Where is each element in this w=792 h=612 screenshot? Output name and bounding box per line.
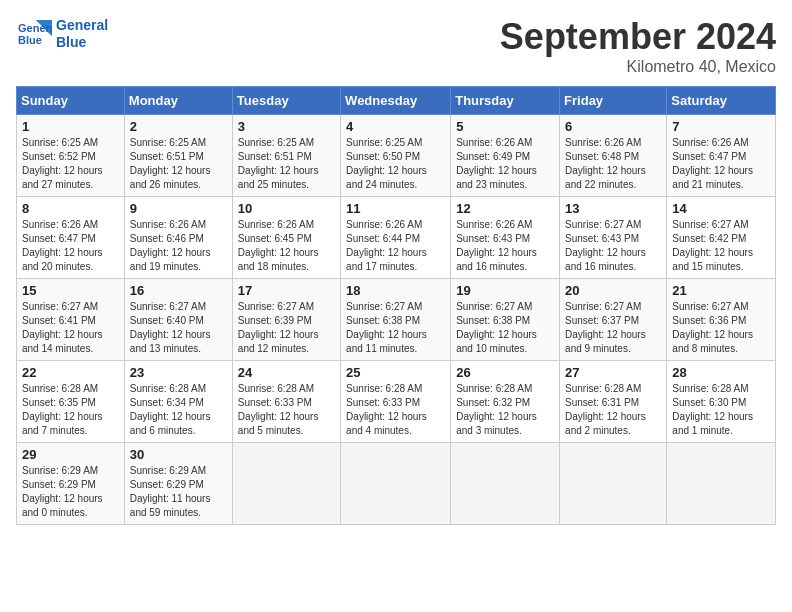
day-number: 1 bbox=[22, 119, 119, 134]
calendar-day: 25Sunrise: 6:28 AM Sunset: 6:33 PM Dayli… bbox=[341, 361, 451, 443]
day-number: 28 bbox=[672, 365, 770, 380]
calendar-day: 8Sunrise: 6:26 AM Sunset: 6:47 PM Daylig… bbox=[17, 197, 125, 279]
location-subtitle: Kilometro 40, Mexico bbox=[500, 58, 776, 76]
day-info: Sunrise: 6:27 AM Sunset: 6:41 PM Dayligh… bbox=[22, 300, 119, 356]
day-number: 4 bbox=[346, 119, 445, 134]
calendar-day: 10Sunrise: 6:26 AM Sunset: 6:45 PM Dayli… bbox=[232, 197, 340, 279]
calendar-day: 18Sunrise: 6:27 AM Sunset: 6:38 PM Dayli… bbox=[341, 279, 451, 361]
title-section: September 2024 Kilometro 40, Mexico bbox=[500, 16, 776, 76]
day-info: Sunrise: 6:26 AM Sunset: 6:49 PM Dayligh… bbox=[456, 136, 554, 192]
day-info: Sunrise: 6:26 AM Sunset: 6:48 PM Dayligh… bbox=[565, 136, 661, 192]
day-info: Sunrise: 6:28 AM Sunset: 6:30 PM Dayligh… bbox=[672, 382, 770, 438]
weekday-header-wednesday: Wednesday bbox=[341, 87, 451, 115]
calendar-day: 1Sunrise: 6:25 AM Sunset: 6:52 PM Daylig… bbox=[17, 115, 125, 197]
day-info: Sunrise: 6:26 AM Sunset: 6:47 PM Dayligh… bbox=[22, 218, 119, 274]
calendar-week-1: 1Sunrise: 6:25 AM Sunset: 6:52 PM Daylig… bbox=[17, 115, 776, 197]
day-info: Sunrise: 6:27 AM Sunset: 6:38 PM Dayligh… bbox=[456, 300, 554, 356]
day-info: Sunrise: 6:28 AM Sunset: 6:33 PM Dayligh… bbox=[238, 382, 335, 438]
calendar-day: 6Sunrise: 6:26 AM Sunset: 6:48 PM Daylig… bbox=[560, 115, 667, 197]
calendar-day: 11Sunrise: 6:26 AM Sunset: 6:44 PM Dayli… bbox=[341, 197, 451, 279]
calendar-week-2: 8Sunrise: 6:26 AM Sunset: 6:47 PM Daylig… bbox=[17, 197, 776, 279]
day-number: 27 bbox=[565, 365, 661, 380]
calendar-day: 30Sunrise: 6:29 AM Sunset: 6:29 PM Dayli… bbox=[124, 443, 232, 525]
day-number: 29 bbox=[22, 447, 119, 462]
calendar-day: 23Sunrise: 6:28 AM Sunset: 6:34 PM Dayli… bbox=[124, 361, 232, 443]
day-number: 13 bbox=[565, 201, 661, 216]
day-number: 7 bbox=[672, 119, 770, 134]
day-number: 10 bbox=[238, 201, 335, 216]
logo-icon: General Blue bbox=[16, 16, 52, 52]
day-number: 16 bbox=[130, 283, 227, 298]
day-number: 9 bbox=[130, 201, 227, 216]
calendar-day: 15Sunrise: 6:27 AM Sunset: 6:41 PM Dayli… bbox=[17, 279, 125, 361]
day-info: Sunrise: 6:27 AM Sunset: 6:36 PM Dayligh… bbox=[672, 300, 770, 356]
calendar-day: 20Sunrise: 6:27 AM Sunset: 6:37 PM Dayli… bbox=[560, 279, 667, 361]
calendar-week-4: 22Sunrise: 6:28 AM Sunset: 6:35 PM Dayli… bbox=[17, 361, 776, 443]
calendar-day: 16Sunrise: 6:27 AM Sunset: 6:40 PM Dayli… bbox=[124, 279, 232, 361]
day-info: Sunrise: 6:27 AM Sunset: 6:38 PM Dayligh… bbox=[346, 300, 445, 356]
day-info: Sunrise: 6:28 AM Sunset: 6:33 PM Dayligh… bbox=[346, 382, 445, 438]
weekday-header-row: SundayMondayTuesdayWednesdayThursdayFrid… bbox=[17, 87, 776, 115]
logo-line1: General bbox=[56, 17, 108, 34]
calendar-day bbox=[667, 443, 776, 525]
calendar-day bbox=[560, 443, 667, 525]
calendar-week-5: 29Sunrise: 6:29 AM Sunset: 6:29 PM Dayli… bbox=[17, 443, 776, 525]
calendar-day bbox=[232, 443, 340, 525]
day-info: Sunrise: 6:26 AM Sunset: 6:45 PM Dayligh… bbox=[238, 218, 335, 274]
day-info: Sunrise: 6:27 AM Sunset: 6:42 PM Dayligh… bbox=[672, 218, 770, 274]
day-number: 25 bbox=[346, 365, 445, 380]
day-number: 11 bbox=[346, 201, 445, 216]
day-info: Sunrise: 6:27 AM Sunset: 6:39 PM Dayligh… bbox=[238, 300, 335, 356]
calendar-day: 26Sunrise: 6:28 AM Sunset: 6:32 PM Dayli… bbox=[451, 361, 560, 443]
day-number: 5 bbox=[456, 119, 554, 134]
logo-line2: Blue bbox=[56, 34, 108, 51]
day-info: Sunrise: 6:25 AM Sunset: 6:52 PM Dayligh… bbox=[22, 136, 119, 192]
day-info: Sunrise: 6:27 AM Sunset: 6:37 PM Dayligh… bbox=[565, 300, 661, 356]
calendar-day: 19Sunrise: 6:27 AM Sunset: 6:38 PM Dayli… bbox=[451, 279, 560, 361]
calendar-day: 13Sunrise: 6:27 AM Sunset: 6:43 PM Dayli… bbox=[560, 197, 667, 279]
day-number: 22 bbox=[22, 365, 119, 380]
day-number: 12 bbox=[456, 201, 554, 216]
day-number: 21 bbox=[672, 283, 770, 298]
day-info: Sunrise: 6:29 AM Sunset: 6:29 PM Dayligh… bbox=[22, 464, 119, 520]
day-info: Sunrise: 6:26 AM Sunset: 6:47 PM Dayligh… bbox=[672, 136, 770, 192]
calendar-day bbox=[341, 443, 451, 525]
day-info: Sunrise: 6:26 AM Sunset: 6:44 PM Dayligh… bbox=[346, 218, 445, 274]
day-number: 30 bbox=[130, 447, 227, 462]
day-number: 14 bbox=[672, 201, 770, 216]
calendar-day: 28Sunrise: 6:28 AM Sunset: 6:30 PM Dayli… bbox=[667, 361, 776, 443]
day-number: 2 bbox=[130, 119, 227, 134]
calendar-day: 17Sunrise: 6:27 AM Sunset: 6:39 PM Dayli… bbox=[232, 279, 340, 361]
calendar-day: 5Sunrise: 6:26 AM Sunset: 6:49 PM Daylig… bbox=[451, 115, 560, 197]
day-info: Sunrise: 6:28 AM Sunset: 6:32 PM Dayligh… bbox=[456, 382, 554, 438]
calendar-day: 27Sunrise: 6:28 AM Sunset: 6:31 PM Dayli… bbox=[560, 361, 667, 443]
day-number: 3 bbox=[238, 119, 335, 134]
day-info: Sunrise: 6:28 AM Sunset: 6:35 PM Dayligh… bbox=[22, 382, 119, 438]
calendar-day: 4Sunrise: 6:25 AM Sunset: 6:50 PM Daylig… bbox=[341, 115, 451, 197]
calendar-day: 24Sunrise: 6:28 AM Sunset: 6:33 PM Dayli… bbox=[232, 361, 340, 443]
day-number: 24 bbox=[238, 365, 335, 380]
day-info: Sunrise: 6:28 AM Sunset: 6:34 PM Dayligh… bbox=[130, 382, 227, 438]
calendar-day: 12Sunrise: 6:26 AM Sunset: 6:43 PM Dayli… bbox=[451, 197, 560, 279]
day-info: Sunrise: 6:27 AM Sunset: 6:43 PM Dayligh… bbox=[565, 218, 661, 274]
month-title: September 2024 bbox=[500, 16, 776, 58]
day-number: 20 bbox=[565, 283, 661, 298]
day-info: Sunrise: 6:27 AM Sunset: 6:40 PM Dayligh… bbox=[130, 300, 227, 356]
weekday-header-saturday: Saturday bbox=[667, 87, 776, 115]
day-number: 17 bbox=[238, 283, 335, 298]
calendar-day: 21Sunrise: 6:27 AM Sunset: 6:36 PM Dayli… bbox=[667, 279, 776, 361]
day-number: 23 bbox=[130, 365, 227, 380]
calendar-day: 7Sunrise: 6:26 AM Sunset: 6:47 PM Daylig… bbox=[667, 115, 776, 197]
calendar-day: 29Sunrise: 6:29 AM Sunset: 6:29 PM Dayli… bbox=[17, 443, 125, 525]
svg-text:Blue: Blue bbox=[18, 34, 42, 46]
day-number: 15 bbox=[22, 283, 119, 298]
weekday-header-thursday: Thursday bbox=[451, 87, 560, 115]
calendar-day: 9Sunrise: 6:26 AM Sunset: 6:46 PM Daylig… bbox=[124, 197, 232, 279]
calendar-week-3: 15Sunrise: 6:27 AM Sunset: 6:41 PM Dayli… bbox=[17, 279, 776, 361]
weekday-header-sunday: Sunday bbox=[17, 87, 125, 115]
day-number: 19 bbox=[456, 283, 554, 298]
weekday-header-monday: Monday bbox=[124, 87, 232, 115]
calendar-table: SundayMondayTuesdayWednesdayThursdayFrid… bbox=[16, 86, 776, 525]
day-info: Sunrise: 6:25 AM Sunset: 6:51 PM Dayligh… bbox=[238, 136, 335, 192]
calendar-day bbox=[451, 443, 560, 525]
